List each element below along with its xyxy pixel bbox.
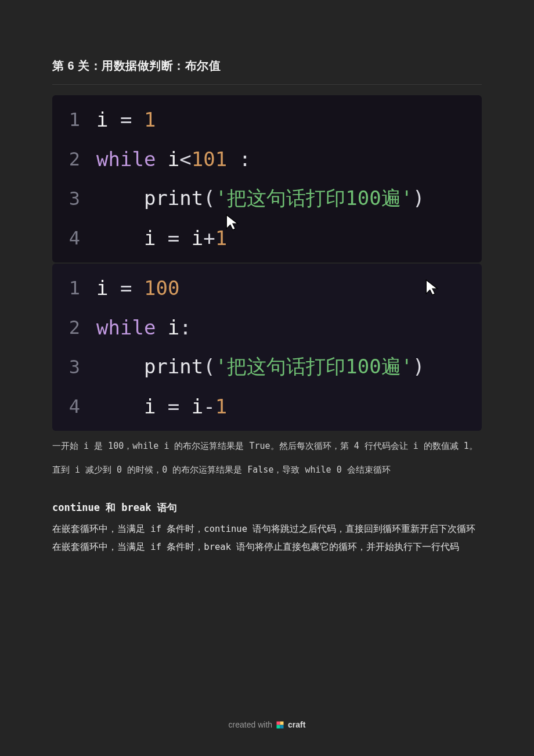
- code-text: print('把这句话打印100遍'): [96, 185, 482, 212]
- code-line: 1 i = 100: [52, 268, 482, 308]
- code-block-2: 1 i = 100 2 while i: 3 print('把这句话打印100遍…: [52, 264, 482, 431]
- line-number: 1: [52, 277, 96, 299]
- line-number: 4: [52, 395, 96, 417]
- code-line: 4 i = i-1: [52, 387, 482, 426]
- description-line-2: 直到 i 减少到 0 的时候，0 的布尔运算结果是 False，导致 while…: [52, 462, 482, 478]
- line-number: 1: [52, 109, 96, 131]
- footer-brand-text: craft: [288, 720, 305, 729]
- code-line: 1 i = 1: [52, 100, 482, 139]
- line-number: 4: [52, 227, 96, 249]
- code-text: i = 1: [96, 108, 482, 131]
- code-text: while i<101 :: [96, 147, 482, 171]
- line-number: 2: [52, 148, 96, 170]
- paragraph-break: 在嵌套循环中，当满足 if 条件时，break 语句将停止直接包裹它的循环，并开…: [52, 538, 482, 556]
- code-line: 3 print('把这句话打印100遍'): [52, 347, 482, 387]
- code-line: 3 print('把这句话打印100遍'): [52, 179, 482, 218]
- line-number: 3: [52, 188, 96, 210]
- code-block-1: 1 i = 1 2 while i<101 : 3 print('把这句话打印1…: [52, 95, 482, 262]
- paragraph-continue: 在嵌套循环中，当满足 if 条件时，continue 语句将跳过之后代码，直接回…: [52, 520, 482, 538]
- code-line: 2 while i:: [52, 308, 482, 347]
- craft-logo-icon: [276, 721, 284, 729]
- line-number: 2: [52, 316, 96, 339]
- footer-credit: created with craft: [0, 720, 534, 729]
- code-text: i = i-1: [96, 395, 482, 418]
- line-number: 3: [52, 356, 96, 378]
- footer-created-with-text: created with: [229, 720, 272, 729]
- description-line-1: 一开始 i 是 100，while i 的布尔运算结果是 True。然后每次循环…: [52, 438, 482, 455]
- main-content: 第 6 关：用数据做判断：布尔值 1 i = 1 2 while i<101 :…: [0, 0, 534, 556]
- code-line: 4 i = i+1: [52, 218, 482, 258]
- page-title: 第 6 关：用数据做判断：布尔值: [52, 58, 482, 85]
- code-text: print('把这句话打印100遍'): [96, 354, 482, 380]
- code-text: i = i+1: [96, 226, 482, 250]
- code-text: i = 100: [96, 276, 482, 300]
- code-line: 2 while i<101 :: [52, 139, 482, 179]
- code-text: while i:: [96, 316, 482, 339]
- section-heading-continue-break: continue 和 break 语句: [52, 501, 482, 514]
